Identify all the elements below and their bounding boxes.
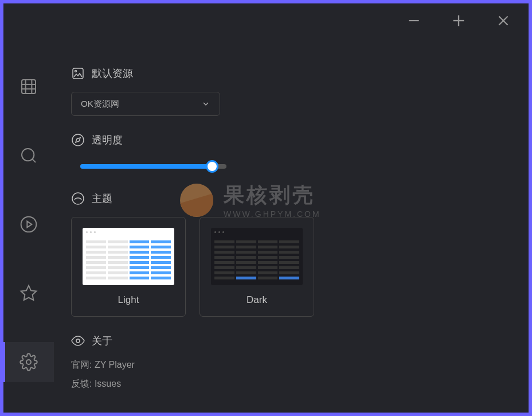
section-theme: 主题 (71, 192, 511, 317)
search-icon (19, 146, 38, 165)
about-website-label: 官网: (71, 360, 92, 370)
star-icon (19, 284, 38, 302)
svg-line-11 (32, 159, 36, 162)
gear-icon (19, 353, 38, 371)
section-title-theme: 主题 (92, 192, 112, 205)
section-title-opacity: 透明度 (92, 133, 123, 147)
source-select[interactable]: OK资源网 (71, 92, 220, 116)
sidebar-item-star[interactable] (3, 273, 54, 313)
close-icon (496, 13, 511, 28)
svg-marker-13 (27, 221, 32, 228)
source-icon (71, 67, 85, 80)
svg-point-20 (72, 193, 84, 204)
slider-track (80, 164, 226, 169)
slider-fill (80, 164, 212, 169)
play-circle-icon (19, 215, 38, 234)
svg-point-12 (21, 217, 37, 232)
sidebar (3, 38, 54, 413)
minimize-icon (406, 13, 421, 28)
minimize-button[interactable] (406, 13, 422, 29)
theme-label-light: Light (118, 294, 139, 306)
title-bar (3, 3, 529, 38)
theme-label-dark: Dark (247, 294, 267, 306)
svg-point-17 (75, 71, 77, 72)
theme-preview-light (83, 228, 174, 285)
section-opacity: 透明度 (71, 133, 511, 174)
eye-icon (71, 334, 85, 348)
sidebar-item-settings[interactable] (3, 342, 54, 382)
close-button[interactable] (495, 13, 511, 29)
sidebar-item-play[interactable] (3, 204, 54, 244)
section-default-source: 默认资源 OK资源网 (71, 67, 511, 116)
svg-point-21 (76, 339, 80, 343)
about-website-value: ZY Player (95, 360, 135, 370)
about-website: 官网: ZY Player (71, 359, 511, 371)
about-feedback: 反馈: Issues (71, 378, 511, 390)
section-title-source: 默认资源 (92, 67, 133, 80)
theme-option-dark[interactable]: Dark (200, 217, 314, 317)
content-panel: 果核剥壳 WWW.GHPYM.COM 默认资源 OK资源网 (54, 38, 529, 413)
picture-icon (71, 192, 85, 205)
sidebar-item-film[interactable] (3, 67, 54, 107)
slider-thumb[interactable] (206, 160, 218, 173)
svg-marker-19 (76, 138, 80, 142)
theme-preview-dark (211, 228, 303, 285)
app-window: 果核剥壳 WWW.GHPYM.COM 默认资源 OK资源网 (3, 3, 529, 413)
svg-marker-14 (21, 286, 37, 300)
section-title-about: 关于 (92, 334, 112, 348)
plus-icon (451, 13, 467, 29)
film-icon (19, 77, 38, 96)
source-select-value: OK资源网 (81, 99, 119, 110)
section-about: 关于 官网: ZY Player 反馈: Issues (71, 334, 511, 390)
opacity-slider[interactable] (80, 158, 226, 174)
add-button[interactable] (451, 13, 467, 29)
svg-point-15 (26, 360, 31, 364)
about-feedback-value: Issues (95, 379, 121, 388)
chevron-down-icon (201, 99, 210, 108)
theme-option-light[interactable]: Light (71, 217, 186, 317)
main-area: 果核剥壳 WWW.GHPYM.COM 默认资源 OK资源网 (3, 38, 529, 413)
compass-icon (71, 133, 85, 147)
about-feedback-label: 反馈: (71, 379, 92, 388)
svg-point-18 (72, 134, 84, 146)
svg-rect-5 (22, 80, 36, 94)
sidebar-item-search[interactable] (3, 135, 54, 176)
